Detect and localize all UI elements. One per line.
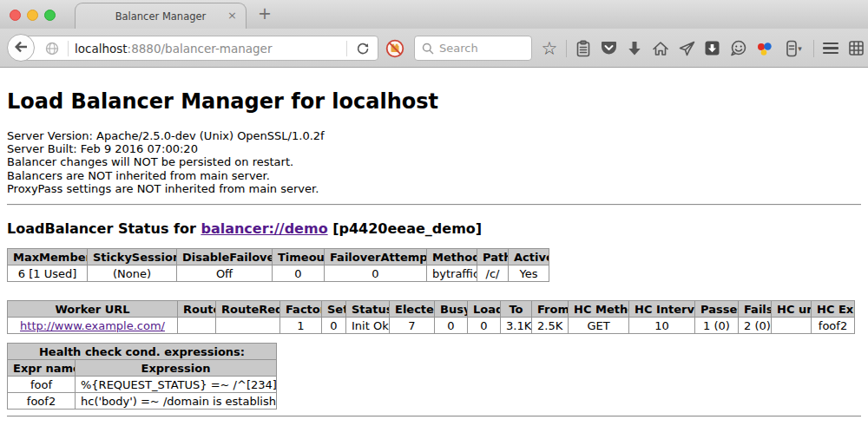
column-header: HC Interval <box>629 301 695 318</box>
health-table-title: Health check cond. expressions: <box>8 344 277 360</box>
server-built-line: Server Built: Feb 9 2016 07:00:20 <box>7 142 861 155</box>
from-cell: 2.5K <box>532 318 569 334</box>
column-header: Set <box>322 301 346 318</box>
column-header: From <box>532 301 569 318</box>
reload-icon[interactable] <box>353 39 372 58</box>
table-title-row: Health check cond. expressions: <box>8 344 277 360</box>
browser-tab[interactable]: Balancer Manager × <box>75 3 247 29</box>
url-path: :8880/balancer-manager <box>128 42 273 56</box>
inherit-note-line: Balancers are NOT inherited from main se… <box>7 169 861 182</box>
search-bar[interactable] <box>414 36 532 61</box>
column-header: Path <box>477 249 509 265</box>
worker-status-table: Worker URL Route RouteRedir Factor Set S… <box>7 300 855 334</box>
navigation-toolbar: localhost:8880/balancer-manager ☆ <box>0 29 868 68</box>
table-row: http://www.example.com/ 1 0 Init Ok 7 0 … <box>8 318 855 334</box>
url-bar-divider <box>346 41 347 56</box>
url-domain: localhost <box>75 42 128 56</box>
table-header-row: Expr name Expression <box>8 360 277 377</box>
container-addon-icon[interactable]: ▾ <box>780 39 806 58</box>
chat-smiley-icon[interactable] <box>729 39 748 58</box>
column-header: Active <box>509 249 549 265</box>
active-cell: Yes <box>509 265 549 282</box>
character-grid-icon[interactable] <box>847 39 866 58</box>
column-header: Method <box>427 249 477 265</box>
column-header: Expr name <box>8 360 76 377</box>
column-header: Passes <box>695 301 739 318</box>
expr-name-cell: foof <box>8 377 76 393</box>
balancer-settings-table: MaxMembers StickySession DisableFailover… <box>7 248 549 282</box>
method-cell: bytraffic <box>427 265 477 282</box>
toolbar-separator <box>566 40 567 57</box>
table-row: foof2 hc('body') =~ /domain is establish… <box>8 393 277 410</box>
close-window-button[interactable] <box>10 10 21 21</box>
table-row: 6 [1 Used] (None) Off 0 0 bytraffic /c/ … <box>8 265 549 282</box>
back-button[interactable] <box>7 34 35 62</box>
zoom-window-button[interactable] <box>44 10 56 21</box>
route-cell <box>178 318 216 334</box>
save-to-device-icon[interactable] <box>703 39 722 58</box>
balancer-status-heading: LoadBalancer Status for balancer://demo … <box>7 220 861 237</box>
minimize-window-button[interactable] <box>27 10 38 21</box>
pocket-icon[interactable] <box>600 39 619 58</box>
sticky-session-cell: (None) <box>88 265 177 282</box>
plugin-blocked-icon[interactable] <box>385 39 404 58</box>
worker-url-link[interactable]: http://www.example.com/ <box>20 319 165 332</box>
page-identity-globe-icon[interactable] <box>43 39 62 58</box>
server-version-line: Server Version: Apache/2.5.0-dev (Unix) … <box>7 129 861 142</box>
url-bar[interactable]: localhost:8880/balancer-manager <box>23 36 378 61</box>
menu-hamburger-icon[interactable] <box>821 39 840 58</box>
bookmark-star-icon[interactable]: ☆ <box>540 39 559 58</box>
send-page-icon[interactable] <box>677 39 696 58</box>
column-header: FailoverAttempts <box>325 249 427 265</box>
colored-dots-addon-icon[interactable] <box>755 39 774 58</box>
tab-close-icon[interactable]: × <box>227 10 237 22</box>
elected-cell: 7 <box>390 318 435 334</box>
column-header: MaxMembers <box>8 249 88 265</box>
worker-url-cell: http://www.example.com/ <box>8 318 178 334</box>
expression-cell: %{REQUEST_STATUS} =~ /^[234]/ <box>76 377 277 393</box>
page-bottom-divider <box>7 416 861 417</box>
toolbar-separator <box>813 40 814 57</box>
tab-title: Balancer Manager <box>115 10 207 23</box>
column-header: Worker URL <box>8 301 178 318</box>
url-text[interactable]: localhost:8880/balancer-manager <box>75 42 340 56</box>
download-icon[interactable] <box>625 39 644 58</box>
back-arrow-icon <box>14 40 28 56</box>
passes-cell: 1 (0) <box>695 318 739 334</box>
url-bar-divider <box>68 41 69 56</box>
column-header: RouteRedir <box>216 301 280 318</box>
route-redir-cell <box>216 318 280 334</box>
server-info: Server Version: Apache/2.5.0-dev (Unix) … <box>7 129 861 195</box>
path-cell: /c/ <box>477 265 509 282</box>
column-header: HC Expr <box>812 301 855 318</box>
load-cell: 0 <box>468 318 501 334</box>
column-header: StickySession <box>88 249 177 265</box>
factor-cell: 1 <box>280 318 322 334</box>
max-members-cell: 6 [1 Used] <box>8 265 88 282</box>
status-heading-suffix: [p4420eeae_demo] <box>328 220 483 237</box>
column-header: Expression <box>76 360 277 377</box>
hc-method-cell: GET <box>569 318 629 334</box>
reading-list-icon[interactable] <box>574 39 593 58</box>
persist-note-line: Balancer changes will NOT be persisted o… <box>7 155 861 168</box>
status-heading-prefix: LoadBalancer Status for <box>7 220 201 237</box>
health-check-table: Health check cond. expressions: Expr nam… <box>7 343 277 410</box>
failover-attempts-cell: 0 <box>325 265 427 282</box>
search-input[interactable] <box>439 42 524 55</box>
chevron-down-icon[interactable]: ▾ <box>798 44 802 53</box>
to-cell: 3.1K <box>501 318 532 334</box>
table-header-row: MaxMembers StickySession DisableFailover… <box>8 249 549 265</box>
column-header: DisableFailover <box>177 249 273 265</box>
proxypass-note-line: ProxyPass settings are NOT inherited fro… <box>7 182 861 195</box>
fails-cell: 2 (0) <box>739 318 772 334</box>
home-icon[interactable] <box>651 39 670 58</box>
toolbar-icons: ☆ <box>540 36 866 61</box>
column-header: Load <box>468 301 501 318</box>
status-cell: Init Ok <box>346 318 390 334</box>
balancer-demo-link[interactable]: balancer://demo <box>201 220 327 237</box>
page-title: Load Balancer Manager for localhost <box>7 89 861 114</box>
column-header: Route <box>178 301 216 318</box>
column-header: Fails <box>739 301 772 318</box>
new-tab-button[interactable]: + <box>258 3 272 23</box>
expr-name-cell: foof2 <box>8 393 76 410</box>
